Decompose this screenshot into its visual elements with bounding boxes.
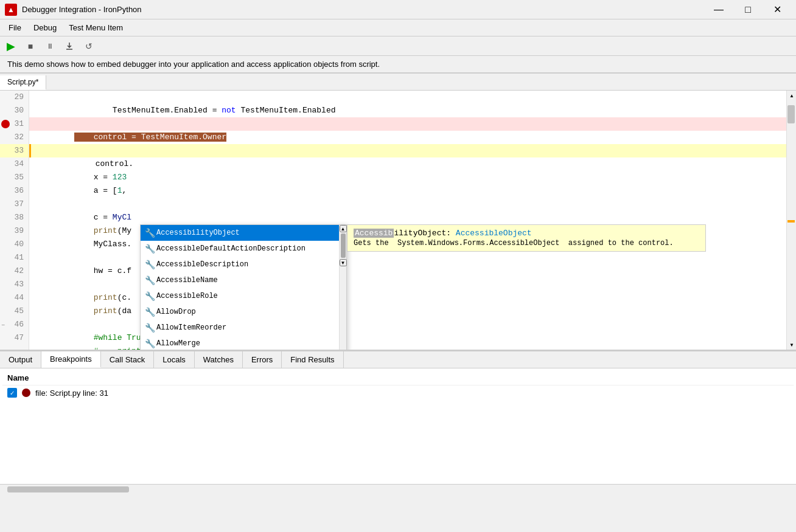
gutter-40: 40 (0, 238, 29, 251)
maximize-button[interactable]: □ (734, 0, 762, 19)
editor-highlight-bar (787, 220, 795, 223)
ac-label-1: AccessibleDefaultActionDescription (156, 244, 305, 253)
tab-output[interactable]: Output (0, 351, 41, 368)
fold-icon-46[interactable]: − (1, 319, 5, 333)
tooltip-highlight-access: Accessib (354, 229, 394, 238)
wrench-icon-7: 🔧 (143, 337, 156, 350)
ac-item-7[interactable]: 🔧 AllowMerge (141, 336, 339, 350)
toolbar: ▶ ■ ⏸ ↺ (0, 36, 796, 56)
wrench-icon-2: 🔧 (143, 258, 156, 271)
gutter-39: 39 (0, 224, 29, 238)
tooltip-box: AccessibilityObject: AccessibleObject Ge… (347, 224, 706, 252)
gutter-36: 36 (0, 184, 29, 198)
h-scrollbar (0, 484, 796, 494)
gutter-34: 34 (0, 157, 29, 171)
ac-item-3[interactable]: 🔧 AccessibleName (141, 272, 339, 288)
minimize-button[interactable]: — (705, 0, 733, 19)
stop-button[interactable]: ■ (22, 38, 39, 55)
code-line-35: a = [1, (29, 171, 796, 184)
breakpoint-row: ✓ file: Script.py line: 31 (2, 385, 794, 400)
gutter-47: 47 (0, 331, 29, 345)
wrench-icon-1: 🔧 (143, 242, 156, 255)
ac-item-5[interactable]: 🔧 AllowDrop (141, 304, 339, 320)
ac-label-4: AccessibleRole (156, 292, 218, 300)
tab-locals[interactable]: Locals (154, 351, 195, 368)
ac-scroll-thumb (341, 233, 346, 258)
scroll-thumb-v (787, 105, 795, 123)
restart-button[interactable]: ↺ (80, 38, 97, 55)
bottom-panel: Output Breakpoints Call Stack Locals Wat… (0, 350, 796, 484)
menu-test[interactable]: Test Menu Item (63, 21, 129, 35)
tab-errors[interactable]: Errors (243, 351, 282, 368)
ac-scrollbar: ▲ ▼ (339, 225, 346, 350)
menu-bar: File Debug Test Menu Item (0, 19, 796, 36)
wrench-icon-3: 🔧 (143, 274, 156, 287)
ac-scroll-down[interactable]: ▼ (340, 259, 347, 266)
ac-item-6[interactable]: 🔧 AllowItemReorder (141, 320, 339, 336)
scroll-down-btn[interactable]: ▼ (787, 340, 796, 350)
tab-breakpoints[interactable]: Breakpoints (41, 351, 101, 368)
pause-button[interactable]: ⏸ (41, 38, 58, 55)
gutter-38: 38 (0, 211, 29, 224)
tab-call-stack[interactable]: Call Stack (101, 351, 155, 368)
gutter-45: 45 (0, 305, 29, 318)
tab-find-results[interactable]: Find Results (282, 351, 343, 368)
gutter-44: 44 (0, 291, 29, 305)
editor-container: Script.py* 29 30 31 32 33 34 35 36 37 38… (0, 74, 796, 350)
ac-item-1[interactable]: 🔧 AccessibleDefaultActionDescription (141, 241, 339, 257)
ac-label-2: AccessibleDescription (156, 260, 248, 269)
close-button[interactable]: ✕ (763, 0, 791, 19)
gutter-41: 41 (0, 251, 29, 264)
ac-label-5: AllowDrop (156, 308, 196, 316)
gutter-42: 42 (0, 264, 29, 278)
editor-tab-script[interactable]: Script.py* (0, 75, 46, 90)
line-gutter: 29 30 31 32 33 34 35 36 37 38 39 40 41 4… (0, 91, 29, 350)
ac-item-0[interactable]: 🔧 AccessibilityObject (141, 225, 339, 241)
code-line-29: TestMenuItem.Enabled = not TestMenuItem.… (29, 91, 796, 104)
tooltip-desc: Gets the System.Windows.Forms.Accessible… (354, 239, 699, 247)
code-line-30 (29, 104, 796, 117)
ac-scroll-up[interactable]: ▲ (340, 225, 347, 232)
run-button[interactable]: ▶ (2, 38, 19, 55)
ac-label-7: AllowMerge (156, 339, 200, 348)
code-line-32: control.Invoke(Action(lambda: ChangeMenu… (29, 131, 796, 144)
code-lines[interactable]: TestMenuItem.Enabled = not TestMenuItem.… (29, 91, 796, 350)
ac-label-3: AccessibleName (156, 276, 218, 285)
code-line-31: control = TestMenuItem.Owner (29, 117, 796, 131)
code-line-38: print(My (29, 211, 796, 224)
window-controls: — □ ✕ (705, 0, 791, 19)
wrench-icon-6: 🔧 (143, 321, 156, 334)
breakpoint-checkbox[interactable]: ✓ (7, 388, 17, 398)
title-bar: ▲ Debugger Integration - IronPython — □ … (0, 0, 796, 19)
tooltip-title: AccessibilityObject: AccessibleObject (354, 229, 699, 238)
panel-header: Name (2, 371, 794, 385)
info-text: This demo shows how to embed debugger in… (7, 60, 380, 69)
wrench-icon-4: 🔧 (143, 289, 156, 303)
panel-content: Name ✓ file: Script.py line: 31 (0, 368, 796, 484)
breakpoint-dot-panel (22, 389, 30, 397)
scroll-up-btn[interactable]: ▲ (787, 91, 796, 100)
menu-debug[interactable]: Debug (27, 21, 63, 35)
ac-item-4[interactable]: 🔧 AccessibleRole (141, 288, 339, 304)
info-bar: This demo shows how to embed debugger in… (0, 56, 796, 74)
editor-tab-label: Script.py* (7, 78, 38, 86)
app-icon: ▲ (5, 4, 17, 16)
gutter-33: 33 (0, 144, 29, 157)
code-line-37: c = MyCl (29, 198, 796, 211)
gutter-37: 37 (0, 198, 29, 211)
gutter-32: 32 (0, 131, 29, 144)
ac-item-2[interactable]: 🔧 AccessibleDescription (141, 257, 339, 272)
gutter-35: 35 (0, 171, 29, 184)
code-line-33: control. (29, 144, 796, 157)
gutter-46: − 46 (0, 318, 29, 331)
ac-label-6: AllowItemReorder (156, 323, 226, 332)
wrench-icon-5: 🔧 (143, 305, 156, 319)
tooltip-type: AccessibleObject (456, 229, 532, 238)
step-into-button[interactable] (61, 38, 78, 55)
menu-file[interactable]: File (2, 21, 27, 35)
editor-scrollbar-v: ▲ ▼ (786, 91, 796, 350)
breakpoint-label: file: Script.py line: 31 (35, 389, 108, 398)
gutter-43: 43 (0, 278, 29, 291)
code-area: 29 30 31 32 33 34 35 36 37 38 39 40 41 4… (0, 91, 796, 350)
tab-watches[interactable]: Watches (195, 351, 243, 368)
